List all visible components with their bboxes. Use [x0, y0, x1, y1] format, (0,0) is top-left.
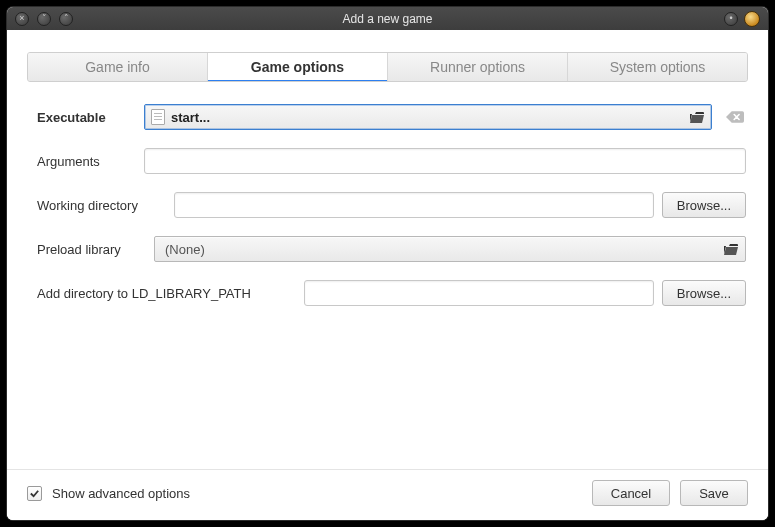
ld-library-path-input[interactable]: [304, 280, 654, 306]
field-label: Arguments: [37, 154, 132, 169]
tab-label: Game info: [85, 59, 150, 75]
field-label: Preload library: [37, 242, 142, 257]
clear-executable-button[interactable]: [724, 106, 746, 128]
minimize-window-button[interactable]: ˅: [37, 12, 51, 26]
tab-game-options[interactable]: Game options: [208, 53, 388, 81]
show-advanced-checkbox[interactable]: [27, 486, 42, 501]
tab-runner-options[interactable]: Runner options: [388, 53, 568, 81]
row-executable: Executable start...: [37, 104, 746, 130]
browse-working-directory-button[interactable]: Browse...: [662, 192, 746, 218]
row-working-directory: Working directory Browse...: [37, 192, 746, 218]
open-file-icon: [689, 110, 705, 124]
field-label: Working directory: [37, 198, 162, 213]
titlebar-aux-button[interactable]: •: [724, 12, 738, 26]
dialog-window: × ˅ ˄ Add a new game • Game info Game op…: [7, 7, 768, 520]
dialog-footer: Show advanced options Cancel Save: [7, 469, 768, 520]
field-label: Executable: [37, 110, 132, 125]
save-button[interactable]: Save: [680, 480, 748, 506]
field-label: Add directory to LD_LIBRARY_PATH: [37, 286, 292, 301]
tab-system-options[interactable]: System options: [568, 53, 747, 81]
open-file-icon: [723, 242, 739, 256]
tab-label: System options: [610, 59, 706, 75]
executable-file-chooser[interactable]: start...: [144, 104, 712, 130]
tab-label: Runner options: [430, 59, 525, 75]
executable-value: start...: [171, 110, 210, 125]
show-advanced-label: Show advanced options: [52, 486, 190, 501]
preload-library-value: (None): [161, 242, 205, 257]
app-icon: [744, 11, 760, 27]
close-window-button[interactable]: ×: [15, 12, 29, 26]
document-icon: [151, 109, 165, 125]
row-ld-library-path: Add directory to LD_LIBRARY_PATH Browse.…: [37, 280, 746, 306]
tab-game-info[interactable]: Game info: [28, 53, 208, 81]
row-arguments: Arguments: [37, 148, 746, 174]
arguments-input[interactable]: [144, 148, 746, 174]
cancel-button[interactable]: Cancel: [592, 480, 670, 506]
working-directory-input[interactable]: [174, 192, 654, 218]
tabbar: Game info Game options Runner options Sy…: [27, 52, 748, 82]
preload-library-file-chooser[interactable]: (None): [154, 236, 746, 262]
browse-ld-library-path-button[interactable]: Browse...: [662, 280, 746, 306]
maximize-window-button[interactable]: ˄: [59, 12, 73, 26]
tab-label: Game options: [251, 59, 344, 75]
options-panel: Executable start... Arguments: [7, 82, 768, 469]
titlebar: × ˅ ˄ Add a new game •: [7, 7, 768, 30]
window-title: Add a new game: [342, 12, 432, 26]
row-preload-library: Preload library (None): [37, 236, 746, 262]
